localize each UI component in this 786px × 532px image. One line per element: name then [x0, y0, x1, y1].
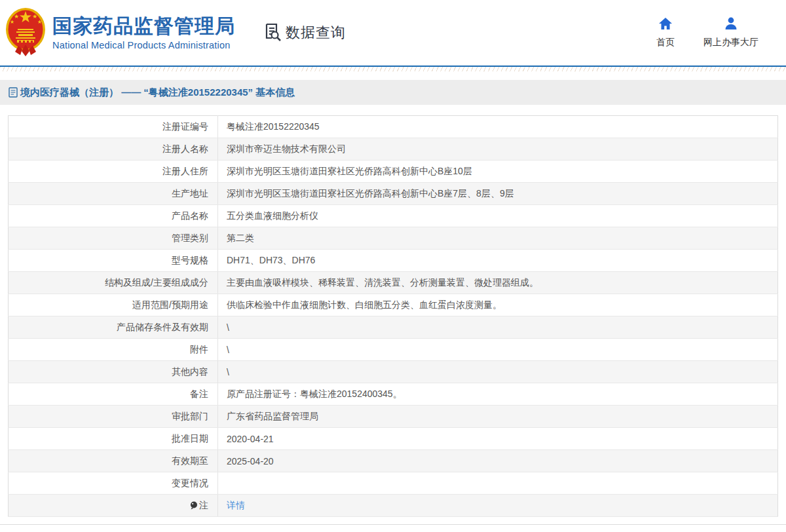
- registration-info-table: 注册证编号粤械注准20152220345注册人名称深圳市帝迈生物技术有限公司注册…: [8, 115, 778, 517]
- table-row: 产品名称五分类血液细胞分析仪: [9, 205, 778, 227]
- footer-divider: [0, 524, 786, 525]
- row-label: 备注: [9, 383, 218, 406]
- table-row: 管理类别第二类: [9, 227, 778, 250]
- row-value: \: [218, 339, 778, 361]
- row-label: 生产地址: [9, 183, 218, 205]
- bulb-icon: [190, 501, 198, 512]
- row-label: 有效期至: [9, 450, 218, 472]
- table-row: 变更情况: [9, 472, 778, 495]
- row-label: 审批部门: [9, 406, 218, 428]
- row-value: 粤械注准20152220345: [218, 116, 778, 138]
- table-row: 生产地址深圳市光明区玉塘街道田寮社区光侨路高科创新中心B座7层、8层、9层: [9, 183, 778, 205]
- row-value: \: [218, 361, 778, 383]
- site-header: 国家药品监督管理局 National Medical Products Admi…: [0, 0, 786, 66]
- row-label: 结构及组成/主要组成成分: [9, 272, 218, 294]
- org-name-zh: 国家药品监督管理局: [52, 15, 235, 38]
- row-label: 管理类别: [9, 227, 218, 250]
- row-value: 第二类: [218, 227, 778, 250]
- row-label: 注册人名称: [9, 138, 218, 161]
- row-label: 适用范围/预期用途: [9, 294, 218, 316]
- nmpa-emblem-logo: [5, 7, 46, 60]
- row-value: DH71、DH73、DH76: [218, 250, 778, 272]
- data-query-label: 数据查询: [286, 23, 346, 43]
- table-row: 批准日期2020-04-21: [9, 428, 778, 450]
- document-icon: [9, 87, 18, 98]
- data-query-section: 数据查询: [263, 22, 346, 44]
- row-value: 深圳市帝迈生物技术有限公司: [218, 138, 778, 161]
- table-row: 注册人住所深圳市光明区玉塘街道田寮社区光侨路高科创新中心B座10层: [9, 161, 778, 183]
- data-query-icon: [263, 22, 282, 44]
- page-title: 境内医疗器械（注册） —— “粤械注准20152220345” 基本信息: [20, 86, 295, 99]
- nav-item-label: 首页: [656, 37, 675, 48]
- table-row: 有效期至2025-04-20: [9, 450, 778, 472]
- row-label: 变更情况: [9, 472, 218, 495]
- table-row: 注册人名称深圳市帝迈生物技术有限公司: [9, 138, 778, 161]
- org-name-en: National Medical Products Administration: [52, 40, 235, 50]
- table-row: 备注原产品注册证号：粤械注准20152400345。: [9, 383, 778, 406]
- top-nav: 首页 网上办事大厅: [656, 17, 758, 48]
- nav-item-service-hall[interactable]: 网上办事大厅: [703, 17, 758, 48]
- row-value: 主要由血液吸样模块、稀释装置、清洗装置、分析测量装置、微处理器组成。: [218, 272, 778, 294]
- detail-link[interactable]: 详情: [227, 500, 245, 510]
- row-value: 原产品注册证号：粤械注准20152400345。: [218, 383, 778, 406]
- row-label: 批准日期: [9, 428, 218, 450]
- table-row: 审批部门广东省药品监督管理局: [9, 406, 778, 428]
- table-row: 其他内容\: [9, 361, 778, 383]
- nav-item-home[interactable]: 首页: [656, 17, 675, 48]
- row-value: 2020-04-21: [218, 428, 778, 450]
- row-label: 型号规格: [9, 250, 218, 272]
- row-value: [218, 472, 778, 495]
- nav-item-label: 网上办事大厅: [703, 37, 758, 48]
- row-value: \: [218, 316, 778, 339]
- table-row: 注详情: [9, 495, 778, 517]
- row-value: 详情: [218, 495, 778, 517]
- table-row: 附件\: [9, 339, 778, 361]
- home-icon: [658, 17, 673, 33]
- row-label: 注册人住所: [9, 161, 218, 183]
- org-titles: 国家药品监督管理局 National Medical Products Admi…: [52, 15, 235, 50]
- user-icon: [724, 17, 738, 33]
- table-row: 结构及组成/主要组成成分主要由血液吸样模块、稀释装置、清洗装置、分析测量装置、微…: [9, 272, 778, 294]
- row-label: 产品储存条件及有效期: [9, 316, 218, 339]
- row-label: 产品名称: [9, 205, 218, 227]
- page-title-bar: 境内医疗器械（注册） —— “粤械注准20152220345” 基本信息: [0, 80, 786, 105]
- row-value: 深圳市光明区玉塘街道田寮社区光侨路高科创新中心B座7层、8层、9层: [218, 183, 778, 205]
- row-value: 供临床检验中作血液细胞计数、白细胞五分类、血红蛋白浓度测量。: [218, 294, 778, 316]
- table-row: 注册证编号粤械注准20152220345: [9, 116, 778, 138]
- header-hatch-texture: [0, 67, 786, 71]
- row-value: 广东省药品监督管理局: [218, 406, 778, 428]
- table-row: 型号规格DH71、DH73、DH76: [9, 250, 778, 272]
- row-value: 五分类血液细胞分析仪: [218, 205, 778, 227]
- table-row: 适用范围/预期用途供临床检验中作血液细胞计数、白细胞五分类、血红蛋白浓度测量。: [9, 294, 778, 316]
- table-row: 产品储存条件及有效期\: [9, 316, 778, 339]
- row-label: 其他内容: [9, 361, 218, 383]
- row-label: 注册证编号: [9, 116, 218, 138]
- row-label: 注: [9, 495, 218, 517]
- row-value: 深圳市光明区玉塘街道田寮社区光侨路高科创新中心B座10层: [218, 161, 778, 183]
- row-value: 2025-04-20: [218, 450, 778, 472]
- row-label: 附件: [9, 339, 218, 361]
- info-table-body: 注册证编号粤械注准20152220345注册人名称深圳市帝迈生物技术有限公司注册…: [9, 116, 778, 517]
